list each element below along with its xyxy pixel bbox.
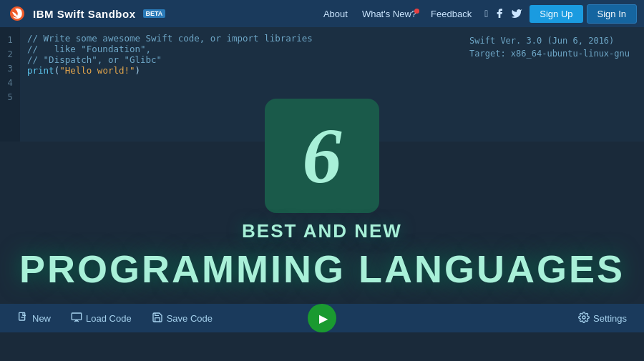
new-label: New: [32, 313, 51, 324]
version-line-1: Swift Ver. 3.0 (Jun 6, 2016): [469, 34, 630, 47]
facebook-icon[interactable]: : [484, 8, 488, 19]
run-button[interactable]: ▶: [308, 304, 336, 332]
line-num-2: 2: [4, 47, 15, 61]
line-num-1: 1: [4, 33, 15, 47]
save-label: Save Code: [167, 313, 213, 324]
new-button[interactable]: New: [7, 304, 61, 332]
twitter-icon[interactable]: [511, 8, 522, 19]
social-icons: : [484, 8, 522, 19]
load-button[interactable]: Load Code: [61, 304, 142, 332]
facebook-icon[interactable]: [494, 8, 505, 19]
save-button[interactable]: Save Code: [142, 304, 223, 332]
save-icon: [152, 312, 163, 325]
swift-logo-icon: [7, 4, 27, 24]
logo-area: IBM Swift Sandbox BETA: [7, 4, 318, 24]
brand-name: IBM Swift Sandbox: [33, 8, 136, 20]
bottom-toolbar: New Load Code Save Code: [0, 304, 644, 332]
version-line-2: Target: x86_64-ubuntu-linux-gnu: [469, 47, 630, 60]
notification-dot: [414, 9, 419, 14]
load-icon: [71, 312, 82, 325]
signup-button[interactable]: Sign Up: [530, 5, 582, 23]
subtitle-text: BEST AND NEW: [242, 220, 402, 242]
svg-rect-0: [19, 312, 25, 320]
whats-new-link[interactable]: What's New?: [356, 6, 422, 22]
play-icon: ▶: [319, 312, 328, 325]
main-title-text: PROGRAMMING LANGUAGES: [19, 247, 625, 291]
about-link[interactable]: About: [318, 6, 353, 22]
beta-badge: BETA: [143, 9, 166, 18]
line-num-3: 3: [4, 61, 15, 76]
main-area: 1 2 3 4 5 // Write some awesome Swift co…: [0, 27, 644, 332]
new-icon: [17, 312, 29, 325]
nav-links: About What's New? Feedback: [318, 6, 477, 22]
settings-label: Settings: [593, 313, 627, 324]
line-num-4: 4: [4, 76, 15, 90]
navbar: IBM Swift Sandbox BETA About What's New?…: [0, 0, 644, 27]
signin-button[interactable]: Sign In: [587, 4, 637, 24]
code-editor: 1 2 3 4 5 // Write some awesome Swift co…: [0, 27, 644, 142]
whats-new-wrap: What's New?: [356, 7, 422, 20]
version-info: Swift Ver. 3.0 (Jun 6, 2016) Target: x86…: [469, 34, 630, 60]
svg-point-4: [582, 316, 585, 319]
load-label: Load Code: [86, 313, 132, 324]
settings-icon: [578, 312, 590, 325]
svg-rect-2: [72, 313, 81, 320]
code-line-5: [27, 76, 637, 86]
feedback-link[interactable]: Feedback: [425, 6, 477, 22]
line-num-5: 5: [4, 90, 15, 104]
code-line-4: print("Hello world!"): [27, 65, 637, 76]
line-numbers: 1 2 3 4 5: [0, 27, 20, 142]
settings-button[interactable]: Settings: [568, 304, 637, 332]
